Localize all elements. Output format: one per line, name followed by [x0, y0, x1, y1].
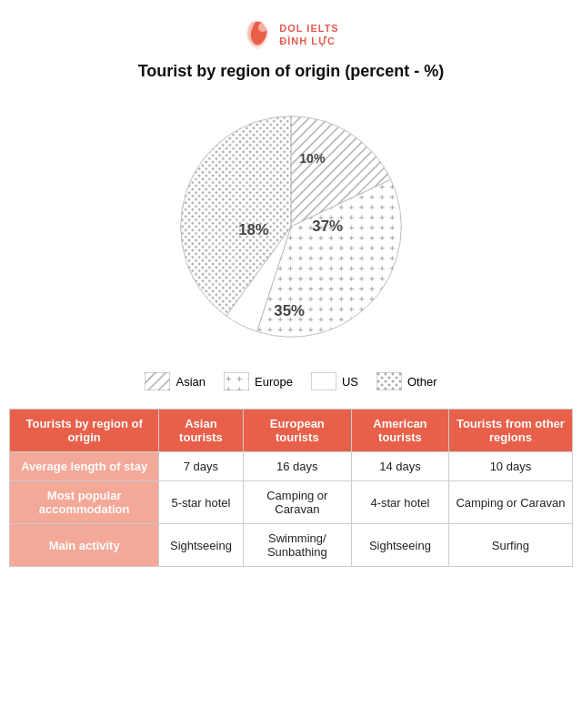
cell-other-accommodation: Camping or Caravan [448, 481, 572, 524]
svg-rect-19 [311, 372, 336, 390]
cell-asian-stay: 7 days [159, 452, 243, 481]
svg-rect-23 [376, 372, 402, 390]
table-header-col4: Tourists from other regions [448, 410, 572, 452]
table-header-col0: Tourists by region of origin [10, 410, 159, 452]
chart-title: Tourist by region of origin (percent - %… [138, 62, 445, 81]
svg-rect-15 [145, 372, 170, 390]
cell-other-activity: Surfing [448, 524, 572, 567]
cell-asian-accommodation: 5-star hotel [159, 481, 243, 524]
legend-item-other: Other [376, 372, 437, 390]
row-label-activity: Main activity [10, 524, 159, 567]
table-header-col2: European tourists [243, 410, 351, 452]
legend-item-europe: + Europe [224, 372, 293, 390]
legend-box-europe: + [224, 372, 249, 390]
svg-text:37%: 37% [312, 217, 343, 235]
table-row: Average length of stay 7 days 16 days 14… [10, 452, 573, 481]
table-header-col3: American tourists [352, 410, 449, 452]
cell-american-stay: 14 days [352, 452, 449, 481]
table-header-row: Tourists by region of origin Asian touri… [10, 410, 573, 452]
legend-label-other: Other [407, 375, 437, 389]
legend-box-asian [145, 372, 170, 390]
pie-chart: + [164, 99, 418, 354]
legend-item-asian: Asian [145, 372, 206, 390]
logo-text: DOL IELTS ĐÌNH LỰC [279, 22, 338, 48]
chart-legend: Asian + Europe US [145, 372, 436, 390]
logo: DOL IELTS ĐÌNH LỰC [243, 18, 338, 51]
table-row: Main activity Sightseeing Swimming/ Sunb… [10, 524, 573, 567]
table-row: Most popular accommodation 5-star hotel … [10, 481, 573, 524]
cell-american-accommodation: 4-star hotel [352, 481, 449, 524]
cell-american-activity: Sightseeing [352, 524, 449, 567]
cell-other-stay: 10 days [448, 452, 572, 481]
legend-box-us [311, 372, 336, 390]
legend-label-us: US [342, 375, 358, 389]
svg-text:18%: 18% [238, 221, 269, 238]
svg-text:35%: 35% [274, 302, 305, 319]
legend-box-other [376, 372, 402, 390]
cell-european-activity: Swimming/ Sunbathing [243, 524, 351, 567]
table-header-col1: Asian tourists [159, 410, 243, 452]
legend-label-europe: Europe [255, 375, 293, 389]
row-label-stay: Average length of stay [10, 452, 159, 481]
cell-european-stay: 16 days [243, 452, 351, 481]
data-table: Tourists by region of origin Asian touri… [9, 409, 573, 567]
svg-text:10%: 10% [299, 151, 326, 166]
svg-point-0 [258, 23, 267, 32]
row-label-accommodation: Most popular accommodation [10, 481, 159, 524]
legend-label-asian: Asian [176, 375, 206, 389]
svg-rect-18 [224, 372, 249, 390]
cell-asian-activity: Sightseeing [159, 524, 243, 567]
cell-european-accommodation: Camping or Caravan [243, 481, 351, 524]
logo-icon [243, 18, 272, 51]
legend-item-us: US [311, 372, 358, 390]
